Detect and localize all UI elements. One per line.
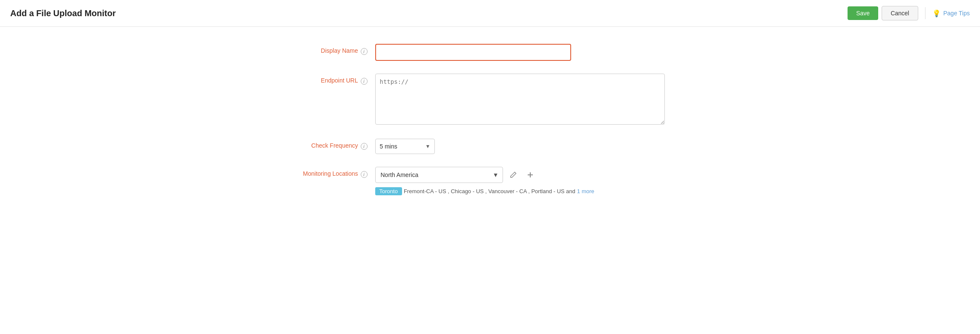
more-locations-link[interactable]: 1 more [577, 188, 594, 194]
endpoint-url-info-icon[interactable]: i [361, 78, 368, 85]
location-row: North America Europe Asia Pacific South … [375, 167, 665, 183]
header-divider [925, 7, 925, 19]
endpoint-url-label: Endpoint URL i [282, 74, 375, 85]
check-frequency-row: Check Frequency i 1 min 5 mins 10 mins 1… [256, 139, 724, 154]
display-name-input[interactable] [375, 44, 571, 61]
endpoint-url-input[interactable] [375, 74, 665, 125]
lightbulb-icon: 💡 [932, 9, 941, 17]
monitoring-locations-label: Monitoring Locations i [282, 167, 375, 178]
display-name-info-icon[interactable]: i [361, 48, 368, 55]
form-container: Display Name i Endpoint URL i Check Freq… [256, 27, 724, 225]
display-name-label: Display Name i [282, 44, 375, 55]
endpoint-url-row: Endpoint URL i [256, 74, 724, 126]
check-frequency-select-wrapper: 1 min 5 mins 10 mins 15 mins 30 mins 1 h… [375, 139, 435, 154]
edit-location-button[interactable] [506, 167, 520, 183]
monitoring-locations-select[interactable]: North America Europe Asia Pacific South … [375, 167, 503, 183]
check-frequency-control: 1 min 5 mins 10 mins 15 mins 30 mins 1 h… [375, 139, 665, 154]
page-tips-button[interactable]: 💡 Page Tips [932, 9, 970, 17]
locations-list-text: Fremont-CA - US , Chicago - US , Vancouv… [404, 188, 575, 194]
page-title: Add a File Upload Monitor [10, 9, 116, 18]
monitoring-locations-control: North America Europe Asia Pacific South … [375, 167, 665, 195]
display-name-control [375, 44, 665, 61]
monitoring-locations-row: Monitoring Locations i North America Eur… [256, 167, 724, 195]
save-button[interactable]: Save [848, 6, 878, 20]
check-frequency-select[interactable]: 1 min 5 mins 10 mins 15 mins 30 mins 1 h… [375, 139, 435, 154]
add-location-button[interactable] [523, 167, 537, 183]
display-name-row: Display Name i [256, 44, 724, 61]
endpoint-url-control [375, 74, 665, 126]
location-tags: Toronto Fremont-CA - US , Chicago - US ,… [375, 187, 665, 195]
page-header: Add a File Upload Monitor Save Cancel 💡 … [0, 0, 980, 27]
check-frequency-info-icon[interactable]: i [361, 143, 368, 150]
page-tips-label: Page Tips [943, 10, 970, 17]
pencil-icon [510, 171, 517, 178]
toronto-tag: Toronto [375, 187, 402, 195]
location-select-wrapper: North America Europe Asia Pacific South … [375, 167, 503, 183]
plus-icon [527, 171, 534, 178]
cancel-button[interactable]: Cancel [882, 6, 918, 20]
check-frequency-label: Check Frequency i [282, 139, 375, 150]
monitoring-locations-info-icon[interactable]: i [361, 171, 368, 178]
header-actions: Save Cancel 💡 Page Tips [848, 6, 970, 20]
